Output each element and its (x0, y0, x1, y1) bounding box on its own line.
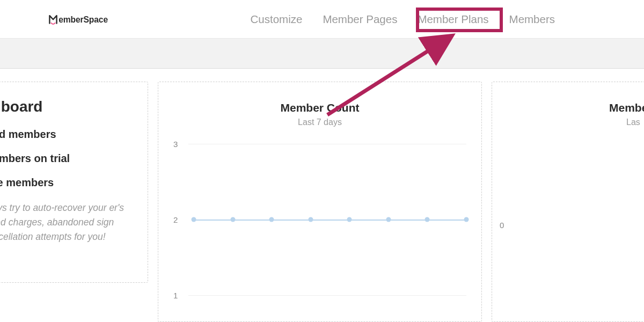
content-row: shboard paid members members on trial fr… (0, 82, 644, 322)
data-point (308, 217, 313, 222)
data-point (192, 217, 196, 222)
member-revenue-card: Member Las 0 (492, 82, 644, 322)
nav-customize[interactable]: Customize (251, 12, 303, 27)
sub-header-band (0, 39, 644, 69)
data-point (269, 217, 274, 222)
stat-paid-members: paid members (0, 128, 133, 141)
ytick-3: 3 (173, 140, 178, 149)
dashboard-note: lways try to auto-recover your er's fail… (0, 201, 133, 244)
brand-logo-svg: emberSpace (48, 12, 145, 27)
revenue-subtitle: Las (507, 118, 644, 127)
data-point (230, 217, 235, 222)
member-count-card: Member Count Last 7 days 3 2 1 (158, 82, 482, 322)
ytick-2: 2 (173, 215, 178, 224)
chart-title: Member Count (173, 101, 466, 114)
ytick-1: 1 (173, 291, 178, 300)
main-nav: Customize Member Pages Member Plans Memb… (251, 12, 635, 27)
revenue-ytick-0: 0 (500, 221, 504, 230)
svg-text:emberSpace: emberSpace (58, 15, 108, 24)
dashboard-card: shboard paid members members on trial fr… (0, 82, 148, 283)
dashboard-title: shboard (0, 98, 133, 115)
chart-subtitle: Last 7 days (173, 118, 466, 127)
brand-logo: emberSpace (48, 12, 145, 27)
data-point (464, 217, 469, 222)
nav-member-pages[interactable]: Member Pages (323, 12, 397, 27)
revenue-title: Member (507, 101, 644, 114)
data-point (425, 217, 430, 222)
stat-free-members: free members (0, 177, 133, 189)
data-point (386, 217, 391, 222)
data-point (347, 217, 352, 222)
nav-member-plans[interactable]: Member Plans (418, 12, 488, 27)
line-series (188, 139, 466, 300)
nav-members[interactable]: Members (509, 12, 555, 27)
top-header: emberSpace Customize Member Pages Member… (0, 0, 644, 39)
chart-plot-area: 3 2 1 (173, 139, 466, 300)
stat-trial-members: members on trial (0, 152, 133, 165)
